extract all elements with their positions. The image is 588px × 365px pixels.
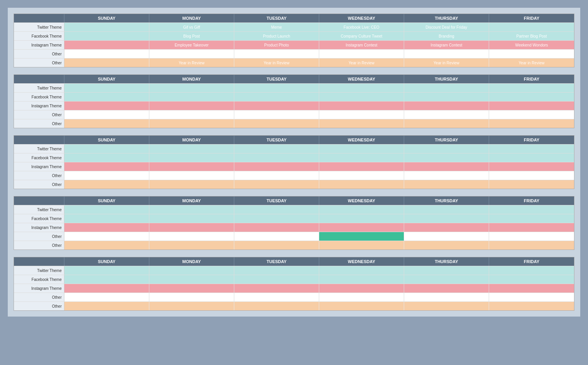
calendar-cell[interactable]: Gif vs Giff <box>149 23 234 31</box>
calendar-cell[interactable] <box>404 275 489 284</box>
calendar-cell[interactable] <box>234 93 319 101</box>
calendar-cell[interactable] <box>234 171 319 180</box>
calendar-cell[interactable]: Product Launch <box>234 32 319 40</box>
calendar-cell[interactable]: Year in Review <box>404 59 489 67</box>
calendar-cell[interactable] <box>234 275 319 284</box>
calendar-cell[interactable] <box>404 171 489 180</box>
calendar-cell[interactable] <box>149 50 234 58</box>
calendar-cell[interactable] <box>64 162 149 171</box>
calendar-cell[interactable]: Facebook Live: CEO <box>319 23 404 31</box>
calendar-cell[interactable]: UGC Contest Springtime <box>319 50 404 58</box>
calendar-cell[interactable] <box>404 153 489 162</box>
calendar-cell[interactable] <box>489 223 574 232</box>
calendar-cell[interactable] <box>404 110 489 119</box>
calendar-cell[interactable]: Year in Review <box>149 59 234 67</box>
calendar-cell[interactable] <box>149 214 234 223</box>
calendar-cell[interactable] <box>149 293 234 301</box>
calendar-cell[interactable] <box>149 171 234 180</box>
calendar-cell[interactable] <box>319 214 404 223</box>
calendar-cell[interactable] <box>404 293 489 301</box>
calendar-cell[interactable] <box>64 205 149 214</box>
calendar-cell[interactable] <box>64 119 149 128</box>
calendar-cell[interactable] <box>149 145 234 153</box>
calendar-cell[interactable] <box>149 180 234 189</box>
calendar-cell[interactable] <box>404 145 489 153</box>
calendar-cell[interactable] <box>319 93 404 101</box>
calendar-cell[interactable] <box>404 119 489 128</box>
calendar-cell[interactable] <box>489 232 574 241</box>
calendar-cell[interactable] <box>404 266 489 275</box>
calendar-cell[interactable] <box>234 241 319 250</box>
calendar-cell[interactable] <box>319 84 404 92</box>
calendar-cell[interactable] <box>64 110 149 119</box>
calendar-cell[interactable] <box>234 84 319 92</box>
calendar-cell[interactable] <box>404 284 489 293</box>
calendar-cell[interactable] <box>404 223 489 232</box>
calendar-cell[interactable] <box>64 293 149 301</box>
calendar-cell[interactable] <box>404 93 489 101</box>
calendar-cell[interactable] <box>319 180 404 189</box>
calendar-cell[interactable] <box>64 266 149 275</box>
calendar-cell[interactable] <box>149 102 234 110</box>
calendar-cell[interactable]: Branding <box>404 32 489 40</box>
calendar-cell[interactable] <box>489 23 574 31</box>
calendar-cell[interactable] <box>319 162 404 171</box>
calendar-cell[interactable] <box>489 102 574 110</box>
calendar-cell[interactable]: Year in Review <box>319 59 404 67</box>
calendar-cell[interactable] <box>489 205 574 214</box>
calendar-cell[interactable]: Meme <box>234 23 319 31</box>
calendar-cell[interactable] <box>64 223 149 232</box>
calendar-cell[interactable] <box>319 171 404 180</box>
calendar-cell[interactable] <box>319 302 404 310</box>
calendar-cell[interactable] <box>234 180 319 189</box>
calendar-cell[interactable] <box>404 241 489 250</box>
calendar-cell[interactable] <box>234 50 319 58</box>
calendar-cell[interactable]: Instagram Contest <box>319 41 404 49</box>
calendar-cell[interactable]: Employee Takeover <box>149 41 234 49</box>
calendar-cell[interactable] <box>149 302 234 310</box>
calendar-cell[interactable] <box>489 145 574 153</box>
calendar-cell[interactable] <box>149 241 234 250</box>
calendar-cell[interactable] <box>64 41 149 49</box>
calendar-cell[interactable]: Year in Review <box>489 59 574 67</box>
calendar-cell[interactable] <box>149 110 234 119</box>
calendar-cell[interactable] <box>489 171 574 180</box>
calendar-cell[interactable] <box>234 110 319 119</box>
calendar-cell[interactable] <box>319 145 404 153</box>
calendar-cell[interactable] <box>404 214 489 223</box>
calendar-cell[interactable] <box>489 93 574 101</box>
calendar-cell[interactable] <box>234 223 319 232</box>
calendar-cell[interactable] <box>64 145 149 153</box>
calendar-cell[interactable] <box>319 241 404 250</box>
calendar-cell[interactable] <box>489 180 574 189</box>
calendar-cell[interactable] <box>404 162 489 171</box>
calendar-cell[interactable] <box>64 214 149 223</box>
calendar-cell[interactable] <box>489 284 574 293</box>
calendar-cell[interactable] <box>149 232 234 241</box>
calendar-cell[interactable] <box>149 275 234 284</box>
calendar-cell[interactable] <box>319 275 404 284</box>
calendar-cell[interactable] <box>319 223 404 232</box>
calendar-cell[interactable]: Blog Post <box>149 32 234 40</box>
calendar-cell[interactable] <box>404 50 489 58</box>
calendar-cell[interactable] <box>234 214 319 223</box>
calendar-cell[interactable] <box>319 205 404 214</box>
calendar-cell[interactable] <box>149 93 234 101</box>
calendar-cell[interactable] <box>404 232 489 241</box>
calendar-cell[interactable] <box>404 205 489 214</box>
calendar-cell[interactable] <box>489 84 574 92</box>
calendar-cell[interactable] <box>64 232 149 241</box>
calendar-cell[interactable] <box>489 214 574 223</box>
calendar-cell[interactable] <box>234 145 319 153</box>
calendar-cell[interactable] <box>64 59 149 67</box>
calendar-cell[interactable] <box>489 50 574 58</box>
calendar-cell[interactable] <box>489 119 574 128</box>
calendar-cell[interactable] <box>64 84 149 92</box>
calendar-cell[interactable] <box>149 162 234 171</box>
calendar-cell[interactable] <box>234 119 319 128</box>
calendar-cell[interactable] <box>64 50 149 58</box>
calendar-cell[interactable] <box>64 171 149 180</box>
calendar-cell[interactable] <box>234 162 319 171</box>
calendar-cell[interactable]: Company Culture Tweet <box>319 32 404 40</box>
calendar-cell[interactable] <box>489 266 574 275</box>
